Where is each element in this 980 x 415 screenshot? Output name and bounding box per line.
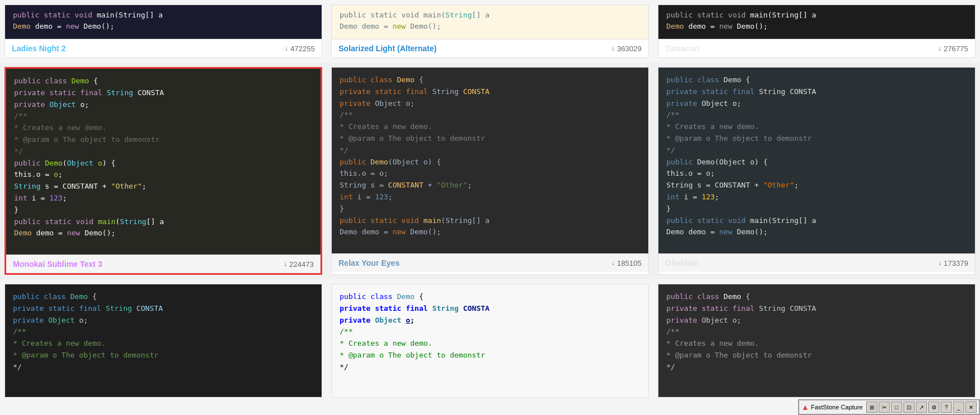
bottom-theme-row: public class Demo { private static final… [0,279,980,402]
faststone-toolbar: ▲ FastStone Capture ⊞ ✂ □ ⊡ ↗ ⚙ ? _ ✕ [798,399,980,402]
code-preview-bottom-2: public class Demo { private static final… [332,284,648,397]
code-preview-ladies-night-2: public static void main(String[] a Demo … [5,5,322,39]
toolbar-btn-4[interactable]: ⊡ [903,401,915,402]
download-icon: ↓ [284,260,287,268]
theme-card-relax[interactable]: public class Demo { private static final… [331,67,649,275]
theme-card-bottom-3[interactable]: public class Demo { private static final… [658,284,975,398]
toolbar-close[interactable]: ✕ [965,401,977,402]
download-icon: ↓ [612,259,615,267]
theme-footer-relax: Relax Your Eyes ↓ 185105 [332,253,648,272]
theme-name-obsidian: Obsidian [665,258,699,267]
theme-card-obsidian[interactable]: public class Demo { private static final… [658,67,975,275]
theme-card-bottom-2[interactable]: public class Demo { private static final… [331,284,649,398]
code-preview-tamacun: public static void main(String[] a Demo … [658,5,975,39]
theme-footer-obsidian: Obsidian ↓ 173379 [658,253,975,272]
code-preview-bottom-1: public class Demo { private static final… [5,284,322,397]
code-preview-solarized: public static void main(String[] a Demo … [332,5,648,39]
download-count-tamacun: ↓ 276775 [938,44,968,53]
toolbar-btn-1[interactable]: ⊞ [866,401,877,402]
toolbar-btn-5[interactable]: ↗ [916,401,927,402]
theme-name-solarized: Solarized Light (Alternate) [338,44,436,53]
toolbar-btn-2[interactable]: ✂ [879,401,890,402]
download-arrow-icon: ↓ [938,44,942,52]
theme-footer-tamacun: Tamacun ↓ 276775 [658,39,975,57]
theme-name-relax: Relax Your Eyes [338,258,399,267]
toolbar-btn-3[interactable]: □ [891,401,902,402]
download-count-monokai: ↓ 224473 [284,260,314,269]
theme-card-bottom-1[interactable]: public class Demo { private static final… [5,284,322,398]
download-arrow-icon: ↓ [612,44,615,52]
theme-name-ladies-night-2: Ladies Night 2 [12,44,66,53]
download-count-ladies-night-2: ↓ 472255 [285,44,315,53]
toolbar-minimize[interactable]: _ [953,401,964,402]
theme-footer-solarized: Solarized Light (Alternate) ↓ 363029 [332,39,648,57]
download-icon: ↓ [938,259,942,267]
theme-card-solarized-light[interactable]: public static void main(String[] a Demo … [331,5,649,58]
toolbar-btn-7[interactable]: ? [941,401,952,402]
code-preview-obsidian: public class Demo { private static final… [658,68,975,253]
download-arrow-icon: ↓ [285,44,288,52]
download-count-solarized: ↓ 363029 [612,44,642,53]
code-preview-relax: public class Demo { private static final… [332,68,648,253]
code-preview-monokai: public class Demo { private static final… [6,69,320,255]
theme-card-tamacun[interactable]: public static void main(String[] a Demo … [658,5,975,58]
theme-card-monokai[interactable]: public class Demo { private static final… [5,67,322,275]
theme-card-ladies-night-2[interactable]: public static void main(String[] a Demo … [5,5,322,58]
theme-footer-monokai: Monokai Sublime Text 3 ↓ 224473 [6,255,320,273]
toolbar-btn-6[interactable]: ⚙ [928,401,939,402]
mid-theme-row: public class Demo { private static final… [0,63,980,279]
theme-name-monokai: Monokai Sublime Text 3 [13,260,102,269]
code-preview-bottom-3: public class Demo { private static final… [658,284,975,397]
theme-footer-ladies-night-2: Ladies Night 2 ↓ 472255 [5,39,322,57]
download-count-obsidian: ↓ 173379 [938,259,968,267]
download-count-relax: ↓ 185105 [612,259,642,267]
theme-name-tamacun: Tamacun [665,44,699,53]
top-theme-row: public static void main(String[] a Demo … [0,0,980,63]
